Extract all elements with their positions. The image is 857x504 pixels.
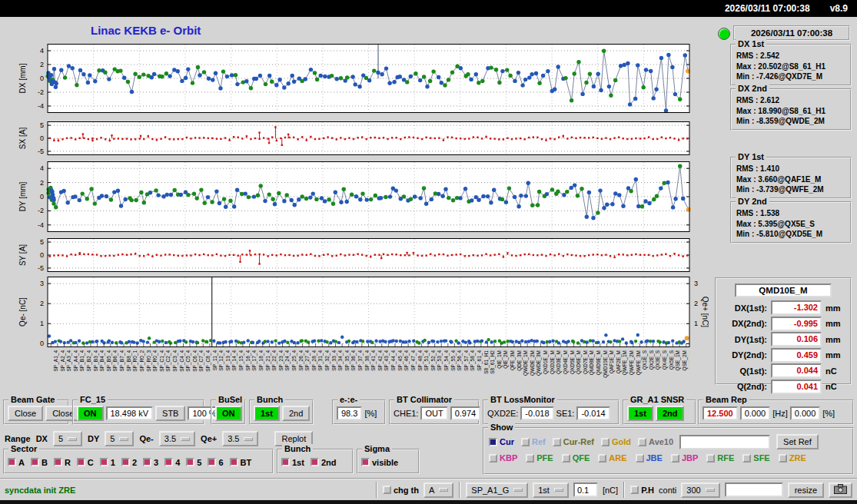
- range-dx-select[interactable]: 5: [53, 431, 82, 446]
- sector-toggle-c-checkbox[interactable]: [77, 458, 85, 466]
- sector-toggle-4-checkbox[interactable]: [164, 458, 173, 466]
- bpm-label: QXD5E_M: [564, 350, 571, 393]
- show-toggle-cur-checkbox[interactable]: [489, 438, 497, 446]
- plot-dx-orbit: 420-2-4DX [mm]: [14, 44, 709, 113]
- sector-toggle-6: 6: [208, 458, 223, 467]
- bpm-label: QMD9E_M: [590, 350, 597, 393]
- show-toggle-jbe-checkbox[interactable]: [636, 454, 644, 463]
- bunch-toggle-1st-checkbox[interactable]: [281, 458, 290, 466]
- sector-toggle-a-checkbox[interactable]: [8, 458, 16, 466]
- bunch-2nd-button[interactable]: 2nd: [282, 406, 310, 421]
- set-ref-button[interactable]: Set Ref: [776, 434, 819, 449]
- bpm-label: SP_58_4: [464, 350, 471, 393]
- sector-toggle-3-checkbox[interactable]: [143, 458, 151, 466]
- show-toggle-ave10-checkbox[interactable]: [638, 438, 646, 446]
- ee-ratio-unit: [%]: [364, 409, 377, 418]
- show-toggle-ref-checkbox[interactable]: [521, 438, 530, 446]
- bpm-label: SP_14_4: [226, 350, 233, 393]
- stat-line: RMS : 2.542: [736, 51, 850, 61]
- show-toggle-gold-checkbox[interactable]: [601, 438, 610, 446]
- show-toggle-qfe-checkbox[interactable]: [562, 454, 570, 463]
- stat-group-title: DY 2nd: [736, 197, 769, 206]
- app-window: 2026/03/11 07:00:38 v8.9 Linac KEKB e- O…: [0, 0, 857, 504]
- interval-select[interactable]: 300: [681, 482, 719, 498]
- sector-toggle-6-checkbox[interactable]: [208, 458, 216, 466]
- show-toggle-kbp-checkbox[interactable]: [489, 454, 497, 463]
- snsr-1st-button[interactable]: 1st: [627, 406, 653, 421]
- range-dx-label: DX: [36, 434, 48, 443]
- sector-toggle-2-label: 2: [132, 458, 137, 467]
- show-toggle-pfe-checkbox[interactable]: [526, 454, 534, 463]
- svg-text:0: 0: [40, 134, 44, 142]
- sector-select[interactable]: A: [424, 482, 453, 498]
- busel-on-button[interactable]: ON: [215, 406, 242, 421]
- show-toggle-rfe-label: RFE: [717, 453, 734, 463]
- sector-toggle-bt-label: BT: [241, 458, 252, 467]
- svg-text:-2: -2: [38, 88, 44, 96]
- snsr-2nd-button[interactable]: 2nd: [656, 406, 685, 421]
- bpm-label: QAF2E_M: [610, 350, 617, 393]
- bpm-select[interactable]: SP_A1_G: [466, 482, 528, 498]
- sigma-toggle-visible-checkbox[interactable]: [361, 458, 370, 466]
- sector-toggle-bt-checkbox[interactable]: [230, 458, 238, 466]
- svg-text:2: 2: [40, 179, 44, 187]
- show-toggle-pfe-label: PFE: [536, 453, 553, 463]
- bpm-label: SP_61_4: [471, 350, 478, 393]
- show-toggle-are-checkbox[interactable]: [598, 454, 606, 463]
- bpm-label: SP_27_4: [299, 350, 306, 393]
- bunch-toggle-group: Bunch 1st2nd: [277, 449, 354, 474]
- show-title: Show: [488, 423, 515, 432]
- svg-text:0: 0: [40, 193, 44, 201]
- threshold-input[interactable]: [573, 482, 598, 497]
- sector-toggle-1-checkbox[interactable]: [100, 458, 108, 466]
- resize-button[interactable]: resize: [788, 482, 824, 498]
- bunch-toggle-2nd-checkbox[interactable]: [311, 458, 319, 466]
- bpm-label: SP_31_4: [312, 350, 319, 393]
- aux-input[interactable]: [725, 482, 783, 497]
- screenshot-button[interactable]: [829, 482, 852, 498]
- dropdown-glyph-icon: [439, 488, 448, 492]
- range-dy-select[interactable]: 5: [105, 431, 134, 446]
- show-toggle-zre-checkbox[interactable]: [779, 454, 787, 463]
- bpm-label: QXD1E_M: [537, 350, 544, 393]
- range-qep-select[interactable]: 3.5: [222, 431, 258, 446]
- show-toggle-rfe: RFE: [706, 453, 734, 463]
- chg-th-checkbox[interactable]: [383, 486, 391, 494]
- sector-toggle-2-checkbox[interactable]: [121, 458, 130, 466]
- readout-row: DX(2nd):-0.995mm: [721, 317, 845, 331]
- ph-checkbox[interactable]: [630, 486, 639, 494]
- show-toggle-sfe-checkbox[interactable]: [742, 454, 751, 463]
- readout-unit: mm: [825, 350, 841, 360]
- bpm-label: QX4E_S: [656, 350, 663, 393]
- range-qem-select[interactable]: 3.5: [159, 431, 195, 446]
- bunch-select[interactable]: 1st: [533, 482, 569, 498]
- readout-row: Q(1st):0.044nC: [721, 363, 845, 378]
- bpm-label: SP_28_4: [306, 350, 313, 393]
- sector-toggle-c-label: C: [88, 458, 94, 467]
- bpm-readout-group: QMD10E_M DX(1st):-1.302mmDX(2nd):-0.995m…: [715, 277, 852, 385]
- stat-group-dx-1st: DX 1stRMS : 2.542Max : 20.502@S8_61_H1Mi…: [730, 44, 852, 86]
- beam-gate-close-1-button[interactable]: Close: [8, 406, 43, 421]
- show-toggle-sfe-label: SFE: [753, 453, 769, 463]
- fc15-on-button[interactable]: ON: [77, 406, 104, 421]
- show-toggle-cur-ref-checkbox[interactable]: [553, 438, 561, 446]
- bunch-1st-button[interactable]: 1st: [254, 406, 280, 421]
- svg-text:DY [mm]: DY [mm]: [18, 181, 27, 211]
- se1-display: -0.014: [576, 406, 610, 420]
- sector-toggle-r-checkbox[interactable]: [54, 458, 62, 466]
- svg-text:0: 0: [40, 75, 44, 82]
- plot-charge: 3210321Qe- [nC]Qe+ [nC]: [14, 277, 709, 347]
- sector-toggle-r: R: [54, 458, 71, 467]
- bpm-label: SP_18_4: [253, 350, 260, 393]
- svg-text:2: 2: [40, 300, 44, 307]
- readout-unit: mm: [825, 303, 841, 313]
- bpm-label: SP_48_4: [412, 350, 419, 393]
- sector-toggle-5-checkbox[interactable]: [186, 458, 194, 466]
- show-toggle-rfe-checkbox[interactable]: [706, 454, 715, 463]
- stat-line: Max : 20.502@S8_61_H1: [736, 61, 850, 72]
- bpm-label: SP_B1_4: [74, 350, 81, 393]
- ref-name-input[interactable]: [679, 435, 770, 449]
- show-toggle-jbp-checkbox[interactable]: [671, 454, 679, 463]
- sector-toggle-b-checkbox[interactable]: [31, 458, 39, 466]
- fc15-stb-button[interactable]: STB: [155, 406, 185, 421]
